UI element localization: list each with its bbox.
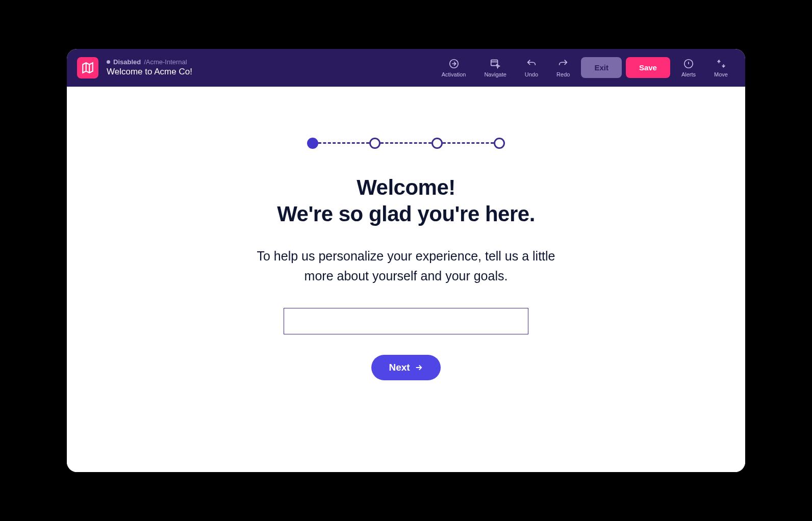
step-dot-4[interactable] <box>494 138 505 149</box>
header-bar: Disabled /Acme-Internal Welcome to Acme … <box>67 49 745 87</box>
step-dot-3[interactable] <box>432 138 443 149</box>
move-button[interactable]: Move <box>707 55 735 81</box>
map-icon <box>81 61 94 74</box>
redo-icon <box>557 58 569 69</box>
activation-label: Activation <box>442 71 466 77</box>
undo-label: Undo <box>525 71 538 77</box>
step-connector <box>318 142 369 144</box>
navigate-button[interactable]: Navigate <box>477 55 513 81</box>
title-block: Disabled /Acme-Internal Welcome to Acme … <box>107 58 426 77</box>
move-arrows-icon <box>716 58 727 69</box>
status-label: Disabled <box>113 58 141 66</box>
breadcrumb[interactable]: /Acme-Internal <box>144 58 187 66</box>
welcome-subheading: To help us personalize your experience, … <box>248 246 564 286</box>
arrow-right-icon <box>414 363 423 372</box>
step-connector <box>380 142 432 144</box>
progress-stepper <box>307 138 505 149</box>
navigate-label: Navigate <box>484 71 506 77</box>
redo-button[interactable]: Redo <box>549 55 577 81</box>
alerts-label: Alerts <box>681 71 696 77</box>
save-button[interactable]: Save <box>626 57 670 78</box>
user-input-field[interactable] <box>284 308 528 334</box>
welcome-heading: Welcome! We're so glad you're here. <box>277 174 535 228</box>
step-connector <box>443 142 494 144</box>
redo-label: Redo <box>556 71 570 77</box>
cursor-window-icon <box>490 58 501 69</box>
heading-line-2: We're so glad you're here. <box>277 202 535 226</box>
status-row: Disabled /Acme-Internal <box>107 58 426 66</box>
alert-circle-icon <box>683 58 694 69</box>
status-dot-icon <box>107 60 110 64</box>
main-content: Welcome! We're so glad you're here. To h… <box>67 87 745 473</box>
activation-button[interactable]: Activation <box>435 55 473 81</box>
arrow-circle-right-icon <box>448 58 460 69</box>
undo-icon <box>526 58 537 69</box>
undo-button[interactable]: Undo <box>518 55 545 81</box>
toolbar: Activation Navigate Undo Redo Exit Save … <box>435 55 735 81</box>
step-dot-1[interactable] <box>307 138 318 149</box>
app-window: Disabled /Acme-Internal Welcome to Acme … <box>67 49 745 473</box>
next-button-label: Next <box>389 362 410 373</box>
exit-button[interactable]: Exit <box>581 57 622 78</box>
app-logo[interactable] <box>77 57 98 79</box>
next-button[interactable]: Next <box>371 355 440 380</box>
move-label: Move <box>714 71 728 77</box>
page-title: Welcome to Acme Co! <box>107 67 426 77</box>
alerts-button[interactable]: Alerts <box>674 55 703 81</box>
heading-line-1: Welcome! <box>357 175 455 199</box>
step-dot-2[interactable] <box>369 138 380 149</box>
